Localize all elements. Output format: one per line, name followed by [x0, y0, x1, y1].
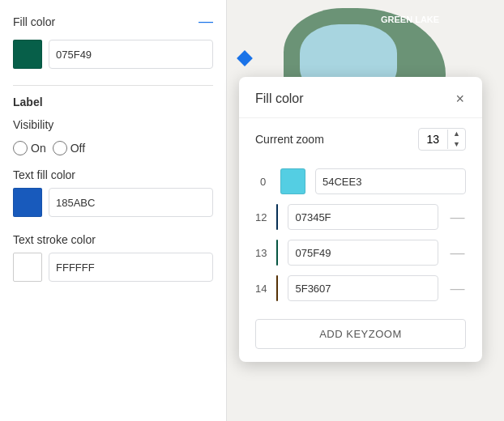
popup-color-input-13[interactable]: [288, 240, 438, 266]
popup-color-input-0[interactable]: [315, 168, 466, 194]
add-keyzoom-button[interactable]: ADD KEYZOOM: [255, 319, 466, 349]
text-stroke-color-input-row: [13, 253, 213, 282]
popup-close-button[interactable]: ×: [454, 90, 466, 108]
popup-swatch-0[interactable]: [280, 168, 305, 194]
color-row-12: 12 —: [255, 199, 466, 235]
row-dash-13[interactable]: —: [448, 245, 466, 262]
popup-color-input-12[interactable]: [288, 204, 438, 230]
radio-off-option[interactable]: Off: [53, 141, 85, 155]
row-dash-12[interactable]: —: [448, 209, 466, 226]
popup-color-list: 0 12 — 13 — 14 —: [239, 160, 482, 316]
divider-1: [13, 85, 213, 86]
visibility-label: Visibility: [13, 118, 213, 131]
fill-color-input[interactable]: [49, 40, 213, 69]
zoom-num-0: 0: [255, 176, 271, 188]
zoom-value: 13: [419, 130, 449, 149]
radio-on-label: On: [31, 142, 46, 155]
zoom-down-arrow[interactable]: ▼: [448, 139, 465, 150]
left-panel: Fill color — Label Visibility On Off Tex…: [0, 0, 227, 421]
popup-swatch-14[interactable]: [276, 275, 278, 301]
radio-on-option[interactable]: On: [13, 141, 46, 155]
fill-color-section-header: Fill color —: [13, 13, 213, 30]
visibility-radio-group: On Off: [13, 141, 213, 155]
popup-header: Fill color ×: [239, 77, 482, 118]
fill-color-label: Fill color: [13, 15, 199, 28]
green-lake-map-label: GREEN LAKE: [381, 15, 439, 24]
fill-color-swatch[interactable]: [13, 40, 42, 69]
popup-swatch-12[interactable]: [276, 204, 278, 230]
color-row-13: 13 —: [255, 235, 466, 270]
popup-title: Fill color: [255, 91, 304, 106]
popup-swatch-13[interactable]: [276, 240, 278, 266]
zoom-arrows: ▲ ▼: [448, 129, 465, 150]
zoom-num-13: 13: [255, 247, 267, 259]
radio-on-input[interactable]: [13, 141, 28, 155]
text-fill-color-swatch[interactable]: [13, 188, 42, 217]
minus-icon[interactable]: —: [199, 13, 213, 30]
current-zoom-label: Current zoom: [255, 133, 408, 146]
row-dash-14[interactable]: —: [448, 280, 466, 297]
text-stroke-color-input[interactable]: [49, 253, 213, 282]
radio-off-label: Off: [70, 142, 85, 155]
color-row-0: 0: [255, 164, 466, 199]
popup-zoom-row: Current zoom 13 ▲ ▼: [239, 118, 482, 160]
zoom-num-12: 12: [255, 211, 267, 223]
fill-color-input-row: [13, 40, 213, 69]
color-row-14: 14 —: [255, 270, 466, 306]
popup-color-input-14[interactable]: [288, 275, 438, 301]
label-section-title: Label: [13, 96, 213, 108]
text-stroke-color-swatch[interactable]: [13, 253, 42, 282]
text-fill-color-input-row: [13, 188, 213, 217]
zoom-up-arrow[interactable]: ▲: [448, 129, 465, 139]
text-stroke-color-label: Text stroke color: [13, 233, 213, 246]
text-fill-color-input[interactable]: [49, 188, 213, 217]
radio-off-input[interactable]: [53, 141, 67, 155]
fill-color-popup: Fill color × Current zoom 13 ▲ ▼ 0 12 — …: [239, 77, 482, 362]
text-fill-color-label: Text fill color: [13, 168, 213, 181]
zoom-stepper: 13 ▲ ▼: [418, 128, 467, 151]
zoom-num-14: 14: [255, 283, 267, 295]
